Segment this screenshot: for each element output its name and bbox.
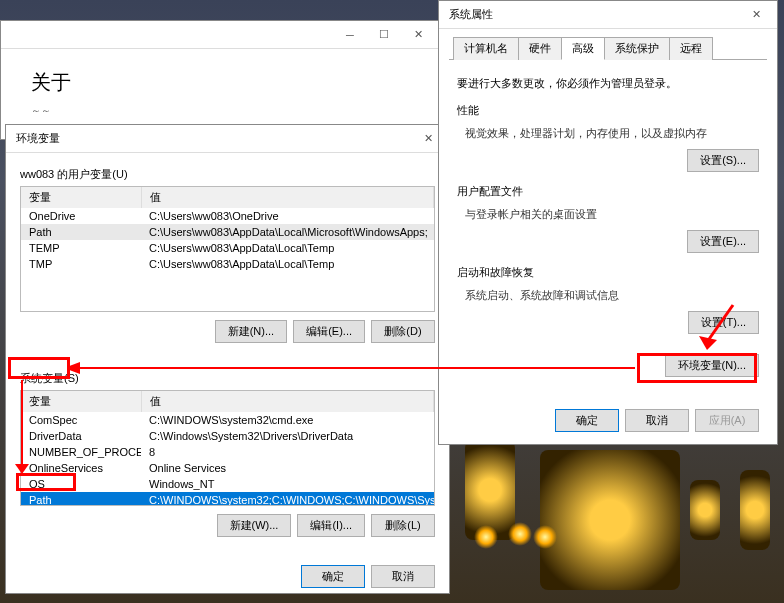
user-vars-label: ww083 的用户变量(U)	[20, 167, 435, 182]
new-button[interactable]: 新建(W)...	[217, 514, 292, 537]
profile-group: 用户配置文件 与登录帐户相关的桌面设置 设置(E)...	[457, 184, 759, 255]
user-vars-table[interactable]: 变量值 OneDriveC:\Users\ww083\OneDrive Path…	[20, 186, 435, 312]
sysprops-title: 系统属性	[449, 7, 493, 22]
table-row: NUMBER_OF_PROCESSORS8	[21, 444, 434, 460]
edit-button[interactable]: 编辑(I)...	[297, 514, 365, 537]
maximize-icon[interactable]: ☐	[367, 23, 401, 47]
ok-button[interactable]: 确定	[555, 409, 619, 432]
about-titlebar: ─ ☐ ✕	[1, 21, 439, 49]
startup-desc: 系统启动、系统故障和调试信息	[457, 284, 759, 309]
col-val[interactable]: 值	[141, 391, 434, 412]
env-dialog: 环境变量 ✕ ww083 的用户变量(U) 变量值 OneDriveC:\Use…	[5, 124, 450, 594]
annotation-box	[16, 473, 76, 491]
apply-button[interactable]: 应用(A)	[695, 409, 759, 432]
edit-button[interactable]: 编辑(E)...	[293, 320, 365, 343]
minimize-icon[interactable]: ─	[333, 23, 367, 47]
table-row: ComSpecC:\WINDOWS\system32\cmd.exe	[21, 412, 434, 428]
delete-button[interactable]: 删除(L)	[371, 514, 435, 537]
tab-hardware[interactable]: 硬件	[518, 37, 562, 60]
new-button[interactable]: 新建(N)...	[215, 320, 287, 343]
admin-hint: 要进行大多数更改，你必须作为管理员登录。	[457, 76, 759, 91]
table-row: OneDriveC:\Users\ww083\OneDrive	[21, 208, 434, 224]
ok-button[interactable]: 确定	[301, 565, 365, 588]
sys-vars-table[interactable]: 变量值 ComSpecC:\WINDOWS\system32\cmd.exe D…	[20, 390, 435, 506]
profile-title: 用户配置文件	[457, 184, 759, 199]
startup-settings-button[interactable]: 设置(T)...	[688, 311, 759, 334]
col-var[interactable]: 变量	[21, 187, 141, 208]
tab-computername[interactable]: 计算机名	[453, 37, 519, 60]
profile-settings-button[interactable]: 设置(E)...	[687, 230, 759, 253]
table-row: TMPC:\Users\ww083\AppData\Local\Temp	[21, 256, 434, 272]
cancel-button[interactable]: 取消	[625, 409, 689, 432]
env-title: 环境变量	[16, 131, 60, 146]
close-icon[interactable]: ✕	[739, 3, 773, 27]
perf-settings-button[interactable]: 设置(S)...	[687, 149, 759, 172]
tab-remote[interactable]: 远程	[669, 37, 713, 60]
startup-group: 启动和故障恢复 系统启动、系统故障和调试信息 设置(T)...	[457, 265, 759, 336]
profile-desc: 与登录帐户相关的桌面设置	[457, 203, 759, 228]
table-row: OnlineServicesOnline Services	[21, 460, 434, 476]
close-icon[interactable]: ✕	[401, 23, 435, 47]
table-row: PathC:\WINDOWS\system32;C:\WINDOWS;C:\WI…	[21, 492, 434, 506]
about-title: 关于	[31, 69, 409, 96]
table-row: DriverDataC:\Windows\System32\Drivers\Dr…	[21, 428, 434, 444]
tab-advanced[interactable]: 高级	[561, 37, 605, 60]
annotation-box	[8, 357, 70, 379]
about-window: ─ ☐ ✕ 关于 ～～ 制造商 HP	[0, 20, 440, 140]
delete-button[interactable]: 删除(D)	[371, 320, 435, 343]
perf-desc: 视觉效果，处理器计划，内存使用，以及虚拟内存	[457, 122, 759, 147]
table-row: PathC:\Users\ww083\AppData\Local\Microso…	[21, 224, 434, 240]
tab-sysprotect[interactable]: 系统保护	[604, 37, 670, 60]
perf-title: 性能	[457, 103, 759, 118]
sys-vars-label: 系统变量(S)	[20, 371, 435, 386]
perf-group: 性能 视觉效果，处理器计划，内存使用，以及虚拟内存 设置(S)...	[457, 103, 759, 174]
tab-bar: 计算机名 硬件 高级 系统保护 远程	[449, 37, 767, 60]
annotation-box	[637, 353, 757, 383]
col-val[interactable]: 值	[141, 187, 434, 208]
cancel-button[interactable]: 取消	[371, 565, 435, 588]
table-row: OSWindows_NT	[21, 476, 434, 492]
env-titlebar: 环境变量 ✕	[6, 125, 449, 153]
sysprops-titlebar: 系统属性 ✕	[439, 1, 777, 29]
startup-title: 启动和故障恢复	[457, 265, 759, 280]
table-row: TEMPC:\Users\ww083\AppData\Local\Temp	[21, 240, 434, 256]
col-var[interactable]: 变量	[21, 391, 141, 412]
about-subtitle: ～～	[31, 104, 409, 118]
